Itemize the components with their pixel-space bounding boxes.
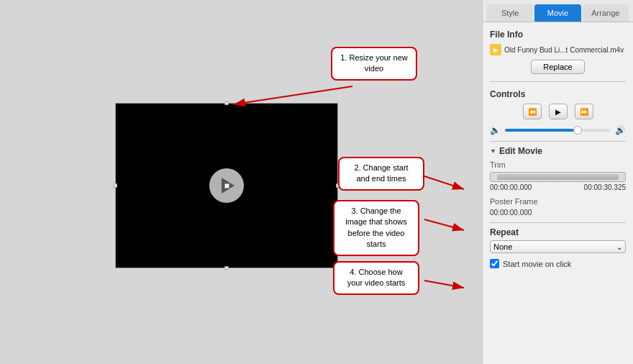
trim-times: 00:00:00.000 00:00:30.325 (490, 183, 626, 191)
resize-handle-ml[interactable] (114, 184, 117, 188)
svg-line-1 (234, 86, 352, 104)
play-pause-button[interactable]: ▶ (549, 104, 568, 119)
poster-frame-label: Poster Frame (490, 197, 626, 206)
callout-poster: 3. Change the image that shows before th… (333, 200, 419, 256)
repeat-select-wrapper: None Loop Back and Forth (490, 240, 626, 253)
file-icon: ▶ (490, 44, 501, 55)
svg-line-3 (424, 219, 464, 230)
file-info-title: File Info (490, 29, 626, 40)
divider-2 (490, 141, 626, 142)
right-panel: Style Movie Arrange File Info ▶ Old Funn… (482, 0, 633, 364)
fast-forward-button[interactable]: ⏩ (575, 104, 593, 119)
trim-slider-track[interactable] (490, 172, 626, 182)
controls-row: ⏪ ▶ ⏩ (490, 104, 626, 119)
divider-3 (490, 222, 626, 223)
collapse-icon[interactable]: ▼ (490, 147, 496, 155)
repeat-label: Repeat (490, 227, 626, 237)
poster-section: Poster Frame 00:00:00.000 (490, 197, 626, 217)
poster-frame-time: 00:00:00.000 (490, 209, 626, 217)
volume-slider[interactable] (505, 129, 611, 132)
trim-label: Trim (490, 160, 626, 169)
panel-tabs: Style Movie Arrange (483, 0, 633, 22)
volume-row: 🔈 🔊 (490, 125, 626, 135)
volume-high-icon: 🔊 (615, 125, 626, 135)
play-button[interactable] (209, 168, 244, 203)
start-movie-label: Start movie on click (503, 260, 571, 268)
rewind-button[interactable]: ⏪ (523, 104, 542, 119)
svg-line-2 (424, 176, 464, 189)
replace-button[interactable]: Replace (531, 60, 584, 74)
edit-movie-header: ▼ Edit Movie (490, 146, 626, 156)
tab-movie[interactable]: Movie (534, 4, 580, 22)
trim-end-time: 00:00:30.325 (584, 183, 626, 191)
file-name: Old Funny Bud Li...t Commercial.m4v (504, 46, 626, 54)
trim-range (497, 174, 618, 180)
video-element[interactable] (115, 103, 338, 268)
edit-movie-title: Edit Movie (499, 146, 542, 156)
resize-handle-tm[interactable] (225, 101, 229, 105)
repeat-select[interactable]: None Loop Back and Forth (490, 240, 626, 253)
file-row: ▶ Old Funny Bud Li...t Commercial.m4v (490, 44, 626, 55)
controls-title: Controls (490, 89, 626, 99)
divider-1 (490, 81, 626, 82)
volume-low-icon: 🔈 (490, 125, 501, 135)
resize-handle-bm[interactable] (225, 266, 229, 270)
callout-start: 4. Choose how your video starts (333, 261, 419, 295)
canvas-area: 1. Resize your new video 2. Change start… (0, 0, 482, 364)
panel-content: File Info ▶ Old Funny Bud Li...t Commerc… (483, 22, 633, 364)
callout-resize: 1. Resize your new video (331, 47, 417, 81)
trim-start-time: 00:00:00.000 (490, 183, 532, 191)
tab-style[interactable]: Style (487, 4, 533, 22)
trim-section: Trim 00:00:00.000 00:00:30.325 (490, 160, 626, 191)
svg-line-4 (424, 281, 464, 288)
repeat-section: Repeat None Loop Back and Forth (490, 227, 626, 253)
start-movie-row: Start movie on click (490, 259, 626, 268)
start-movie-checkbox[interactable] (490, 259, 499, 268)
tab-arrange[interactable]: Arrange (583, 4, 629, 22)
callout-times: 2. Change start and end times (338, 157, 424, 191)
